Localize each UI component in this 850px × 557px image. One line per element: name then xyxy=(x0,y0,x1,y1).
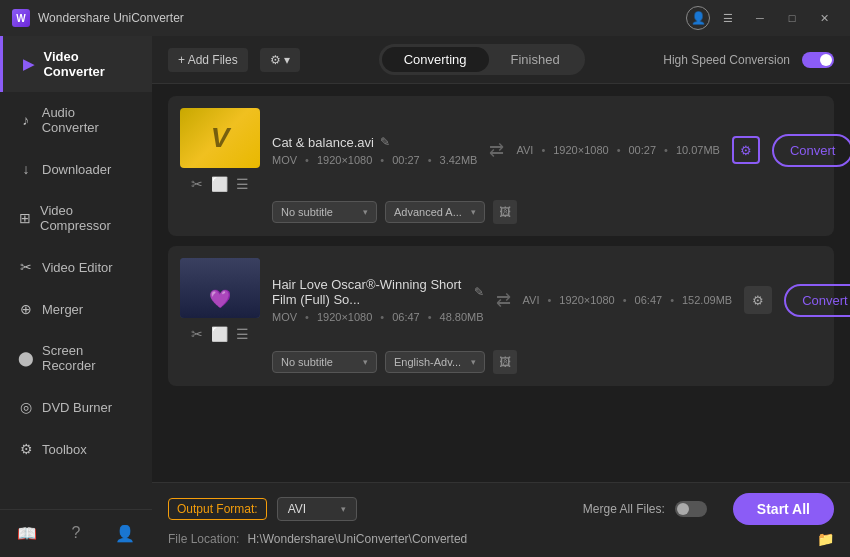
output-meta-2: AVI • 1920×1080 • 06:47 • 152.09MB xyxy=(523,294,733,306)
tab-finished[interactable]: Finished xyxy=(489,47,582,72)
video-compressor-icon: ⊞ xyxy=(18,210,32,226)
maximize-btn[interactable]: □ xyxy=(778,8,806,28)
bottom-row-2: File Location: H:\Wondershare\UniConvert… xyxy=(168,531,834,547)
subtitle-chevron-1: ▾ xyxy=(363,207,368,217)
preview-icon-1[interactable]: 🖼 xyxy=(493,200,517,224)
settings-button-1[interactable]: ⚙ xyxy=(732,136,760,164)
thumbnail-1: V xyxy=(180,108,260,168)
advanced-select-1[interactable]: Advanced A... ▾ xyxy=(385,201,485,223)
output-info-1: AVI • 1920×1080 • 00:27 • 10.07MB xyxy=(516,144,719,156)
sidebar-item-merger[interactable]: ⊕ Merger xyxy=(0,288,152,330)
minimize-btn[interactable]: ─ xyxy=(746,8,774,28)
output-duration-1: 00:27 xyxy=(628,144,656,156)
folder-icon[interactable]: 📁 xyxy=(817,531,834,547)
sidebar-item-downloader[interactable]: ↓ Downloader xyxy=(0,148,152,190)
sidebar-label-merger: Merger xyxy=(42,302,83,317)
output-size-2: 152.09MB xyxy=(682,294,732,306)
edit-icon-1[interactable]: ✎ xyxy=(380,135,390,149)
sidebar-item-toolbox[interactable]: ⚙ Toolbox xyxy=(0,428,152,470)
format-chevron: ▾ xyxy=(341,504,346,514)
file-name-1: Cat & balance.avi xyxy=(272,135,374,150)
output-format-2: AVI xyxy=(523,294,540,306)
file-name-2: Hair Love Oscar®-Winning Short Film (Ful… xyxy=(272,277,468,307)
title-bar-controls: 👤 ☰ ─ □ ✕ xyxy=(686,6,838,30)
list-icon-1[interactable]: ☰ xyxy=(236,176,249,192)
subtitle-select-2[interactable]: No subtitle ▾ xyxy=(272,351,377,373)
merger-icon: ⊕ xyxy=(18,301,34,317)
crop-icon-2[interactable]: ⬜ xyxy=(211,326,228,342)
person-icon[interactable]: 👤 xyxy=(111,520,139,547)
format-select[interactable]: AVI ▾ xyxy=(277,497,357,521)
file-card-2: 💜 ✂ ⬜ ☰ Hair Love Oscar®-Winning Short F… xyxy=(168,246,834,386)
sidebar-bottom: 📖 ? 👤 xyxy=(0,509,152,557)
sidebar-item-screen-recorder[interactable]: ⬤ Screen Recorder xyxy=(0,330,152,386)
file-card-1: V ✂ ⬜ ☰ Cat & balance.avi ✎ xyxy=(168,96,834,236)
file-meta-1-input: MOV • 1920×1080 • 00:27 • 3.42MB xyxy=(272,154,477,166)
input-resolution-2: 1920×1080 xyxy=(317,311,372,323)
content-area: + Add Files ⚙ ▾ Converting Finished High… xyxy=(152,36,850,557)
sidebar-item-video-compressor[interactable]: ⊞ Video Compressor xyxy=(0,190,152,246)
sidebar: ▶ Video Converter ♪ Audio Converter ↓ Do… xyxy=(0,36,152,557)
hamburger-btn[interactable]: ☰ xyxy=(714,8,742,28)
sidebar-label-video-editor: Video Editor xyxy=(42,260,113,275)
toolbox-icon: ⚙ xyxy=(18,441,34,457)
sidebar-label-dvd-burner: DVD Burner xyxy=(42,400,112,415)
start-all-button[interactable]: Start All xyxy=(733,493,834,525)
tab-group: Converting Finished xyxy=(379,44,585,75)
add-files-button[interactable]: + Add Files xyxy=(168,48,248,72)
convert-button-1[interactable]: Convert xyxy=(772,134,850,167)
crop-icon-1[interactable]: ⬜ xyxy=(211,176,228,192)
video-editor-icon: ✂ xyxy=(18,259,34,275)
cut-icon-2[interactable]: ✂ xyxy=(191,326,203,342)
selected-format: AVI xyxy=(288,502,306,516)
advanced-chevron-1: ▾ xyxy=(471,207,476,217)
file-card-1-toolbar: ✂ ⬜ ☰ xyxy=(191,176,249,192)
high-speed-label: High Speed Conversion xyxy=(663,53,790,67)
merge-toggle[interactable] xyxy=(675,501,707,517)
video-converter-icon: ▶ xyxy=(21,56,35,72)
content-header: + Add Files ⚙ ▾ Converting Finished High… xyxy=(152,36,850,84)
dvd-burner-icon: ◎ xyxy=(18,399,34,415)
input-size-2: 48.80MB xyxy=(440,311,484,323)
help-icon[interactable]: ? xyxy=(68,520,85,547)
edit-icon-2[interactable]: ✎ xyxy=(474,285,484,299)
output-format-label[interactable]: Output Format: xyxy=(168,498,267,520)
downloader-icon: ↓ xyxy=(18,161,34,177)
file-list: V ✂ ⬜ ☰ Cat & balance.avi ✎ xyxy=(152,84,850,482)
sidebar-item-dvd-burner[interactable]: ◎ DVD Burner xyxy=(0,386,152,428)
input-format-1: MOV xyxy=(272,154,297,166)
add-files-label: + Add Files xyxy=(178,53,238,67)
high-speed-toggle[interactable] xyxy=(802,52,834,68)
user-icon[interactable]: 👤 xyxy=(686,6,710,30)
file-card-1-bottom: No subtitle ▾ Advanced A... ▾ 🖼 xyxy=(272,200,822,224)
input-resolution-1: 1920×1080 xyxy=(317,154,372,166)
cut-icon-1[interactable]: ✂ xyxy=(191,176,203,192)
input-size-1: 3.42MB xyxy=(440,154,478,166)
title-bar: W Wondershare UniConverter 👤 ☰ ─ □ ✕ xyxy=(0,0,850,36)
subtitle-select-1[interactable]: No subtitle ▾ xyxy=(272,201,377,223)
thumbnail-2: 💜 xyxy=(180,258,260,318)
close-btn[interactable]: ✕ xyxy=(810,8,838,28)
book-icon[interactable]: 📖 xyxy=(13,520,41,547)
settings-button-2[interactable]: ⚙ xyxy=(744,286,772,314)
bottom-bar: Output Format: AVI ▾ Merge All Files: St… xyxy=(152,482,850,557)
output-resolution-1: 1920×1080 xyxy=(553,144,608,156)
tab-converting[interactable]: Converting xyxy=(382,47,489,72)
list-icon-2[interactable]: ☰ xyxy=(236,326,249,342)
input-format-2: MOV xyxy=(272,311,297,323)
sidebar-item-audio-converter[interactable]: ♪ Audio Converter xyxy=(0,92,152,148)
thumb-placeholder-2: 💜 xyxy=(180,258,260,318)
preview-icon-2[interactable]: 🖼 xyxy=(493,350,517,374)
file-name-row-1: Cat & balance.avi ✎ xyxy=(272,135,477,150)
advanced-chevron-2: ▾ xyxy=(471,357,476,367)
sidebar-item-video-editor[interactable]: ✂ Video Editor xyxy=(0,246,152,288)
sidebar-item-video-converter[interactable]: ▶ Video Converter xyxy=(0,36,152,92)
output-size-1: 10.07MB xyxy=(676,144,720,156)
sidebar-label-toolbox: Toolbox xyxy=(42,442,87,457)
advanced-select-2[interactable]: English-Adv... ▾ xyxy=(385,351,485,373)
add-dropdown-button[interactable]: ⚙ ▾ xyxy=(260,48,300,72)
convert-button-2[interactable]: Convert xyxy=(784,284,850,317)
file-meta-2-input: MOV • 1920×1080 • 06:47 • 48.80MB xyxy=(272,311,484,323)
file-location-label: File Location: xyxy=(168,532,239,546)
file-info-2: Hair Love Oscar®-Winning Short Film (Ful… xyxy=(272,277,484,323)
